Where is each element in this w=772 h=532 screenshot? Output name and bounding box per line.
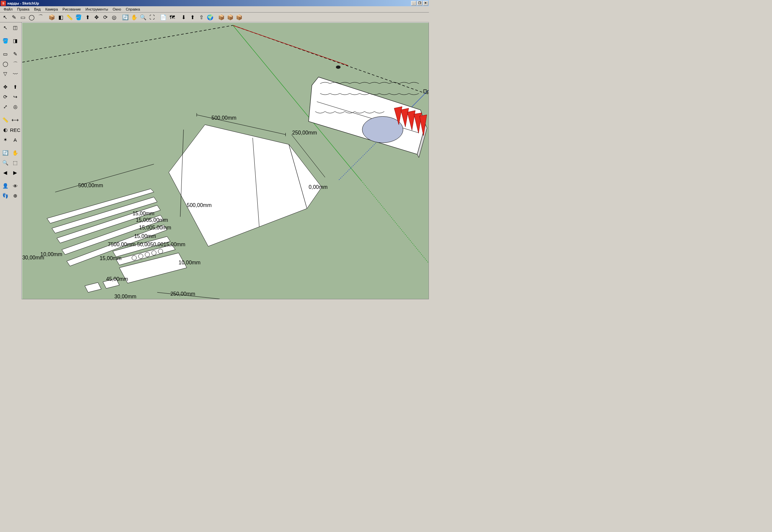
add-location[interactable]: 📄 (159, 13, 167, 22)
pan-tool[interactable]: ✋ (130, 13, 138, 22)
pushpull-side[interactable]: ⬆ (11, 82, 20, 92)
eraser-tool[interactable]: ◧ (56, 13, 65, 22)
rectangle-tool[interactable]: ▭ (18, 13, 27, 22)
3dtext-side[interactable]: A (11, 135, 20, 144)
svg-point-30 (132, 255, 136, 260)
side-toolbar: ↖◫🪣◨▭✎◯⌒▽〰✥⬆⟳↪⤢◎📏⟷◐REC✶A🔄✋🔍⬚◀▶👤👁👣⊕ (0, 22, 22, 299)
polygon-side[interactable]: ▽ (1, 69, 10, 78)
svg-point-7 (336, 66, 341, 69)
svg-line-4 (361, 181, 429, 263)
pan-side[interactable]: ✋ (11, 148, 20, 158)
share-model[interactable]: ⬆ (188, 13, 197, 22)
rotate-side[interactable]: ⟳ (1, 92, 10, 102)
arc-tool[interactable]: ⌒ (36, 13, 45, 22)
svg-point-31 (138, 254, 143, 258)
preview-ge[interactable]: 🌍 (206, 13, 215, 22)
protractor-side[interactable]: ◐ (1, 125, 10, 134)
svg-text:30,00mm: 30,00mm (22, 255, 44, 260)
offset-tool[interactable]: ◎ (110, 13, 118, 22)
line-side[interactable]: ✎ (11, 49, 20, 59)
text-side[interactable]: REC (11, 125, 20, 134)
push-pull[interactable]: ⬆ (83, 13, 92, 22)
svg-line-0 (22, 25, 233, 62)
svg-text:500,00mm: 500,00mm (78, 183, 103, 188)
window-title: нарды - SketchUp (7, 1, 39, 5)
orbit-tool[interactable]: 🔄 (121, 13, 130, 22)
arc-side[interactable]: ⌒ (11, 59, 20, 69)
side-row: ◐REC (1, 125, 21, 134)
walk-side[interactable]: 👣 (1, 191, 10, 200)
make-component[interactable]: 📦 (47, 13, 56, 22)
tape-measure[interactable]: 📏 (65, 13, 74, 22)
zoom-extents[interactable]: ⛶ (148, 13, 156, 22)
svg-text:45,00mm: 45,00mm (106, 276, 128, 282)
menu-правка[interactable]: Правка (15, 7, 32, 12)
side-gap (1, 145, 21, 148)
app-icon: S (1, 1, 6, 6)
close-button[interactable]: ✕ (423, 1, 428, 6)
select-tool[interactable]: ↖ (1, 23, 10, 32)
circle-side[interactable]: ◯ (1, 59, 10, 69)
viewport-svg: Пр 500,00mm 250,00mm 500,00mm 0,00mm (22, 23, 429, 299)
get-models[interactable]: ⬇ (179, 13, 188, 22)
side-row: 📏⟷ (1, 115, 21, 125)
svg-point-34 (158, 249, 163, 253)
rectangle-side[interactable]: ▭ (1, 49, 10, 59)
rotate-tool[interactable]: ⟳ (101, 13, 109, 22)
freehand-side[interactable]: 〰 (11, 69, 20, 78)
component-tool[interactable]: ◫ (11, 23, 20, 32)
select-arrow[interactable]: ↖ (1, 13, 9, 22)
move-tool[interactable]: ✥ (92, 13, 101, 22)
center-board: 500,00mm 250,00mm 500,00mm 0,00mm 250,00… (157, 113, 328, 299)
menu-рисование[interactable]: Рисование (60, 7, 83, 12)
paint-bucket[interactable]: 🪣 (74, 13, 83, 22)
menu-файл[interactable]: Файл (1, 7, 15, 12)
upload-component[interactable]: ⇧ (197, 13, 206, 22)
position-camera[interactable]: 👤 (1, 181, 10, 191)
extension-2[interactable]: 📦 (226, 13, 235, 22)
menu-камера[interactable]: Камера (43, 7, 60, 12)
followme-side[interactable]: ↪ (11, 92, 20, 102)
line-tool[interactable]: ✎ (10, 13, 18, 22)
eraser-side[interactable]: ◨ (11, 36, 20, 45)
toggle-terrain[interactable]: 🗺 (168, 13, 176, 22)
prev-side[interactable]: ◀ (1, 168, 10, 177)
look-around[interactable]: 👁 (11, 181, 20, 191)
menu-справка[interactable]: Справка (123, 7, 142, 12)
side-row: ▽〰 (1, 69, 21, 78)
svg-text:15,005,00mm: 15,005,00mm (139, 225, 171, 230)
extension-1[interactable]: 📦 (217, 13, 226, 22)
move-side[interactable]: ✥ (1, 82, 10, 92)
dimension-side[interactable]: ⟷ (11, 115, 20, 125)
side-row: ↖◫ (1, 23, 21, 32)
svg-text:250,00mm: 250,00mm (170, 291, 195, 297)
svg-text:15,005,00mm: 15,005,00mm (136, 217, 168, 223)
extension-3[interactable]: 📦 (235, 13, 244, 22)
section-side[interactable]: ⊕ (11, 191, 20, 200)
zoomwindow-side[interactable]: ⬚ (11, 158, 20, 167)
paint-bucket-side[interactable]: 🪣 (1, 36, 10, 45)
svg-line-37 (55, 164, 154, 192)
menu-окно[interactable]: Окно (110, 7, 124, 12)
side-gap (1, 46, 21, 49)
maximize-button[interactable]: ❐ (417, 1, 422, 6)
viewport-3d[interactable]: Пр 500,00mm 250,00mm 500,00mm 0,00mm (22, 22, 429, 299)
orbit-side[interactable]: 🔄 (1, 148, 10, 158)
svg-text:15,00mm: 15,00mm (133, 211, 155, 216)
menubar: ФайлПравкаВидКамераРисованиеИнструментыО… (0, 6, 429, 13)
svg-text:30,00mm: 30,00mm (114, 294, 136, 299)
axes-side[interactable]: ✶ (1, 135, 10, 144)
titlebar: S нарды - SketchUp _ ❐ ✕ (0, 0, 429, 6)
svg-marker-50 (309, 77, 425, 154)
zoom-tool[interactable]: 🔍 (139, 13, 147, 22)
offset-side[interactable]: ◎ (11, 102, 20, 111)
next-side[interactable]: ▶ (11, 168, 20, 177)
circle-tool[interactable]: ◯ (27, 13, 36, 22)
zoom-side[interactable]: 🔍 (1, 158, 10, 167)
side-row: ◀▶ (1, 168, 21, 177)
menu-вид[interactable]: Вид (32, 7, 43, 12)
minimize-button[interactable]: _ (411, 1, 416, 6)
tape-side[interactable]: 📏 (1, 115, 10, 125)
menu-инструменты[interactable]: Инструменты (83, 7, 110, 12)
scale-side[interactable]: ⤢ (1, 102, 10, 111)
